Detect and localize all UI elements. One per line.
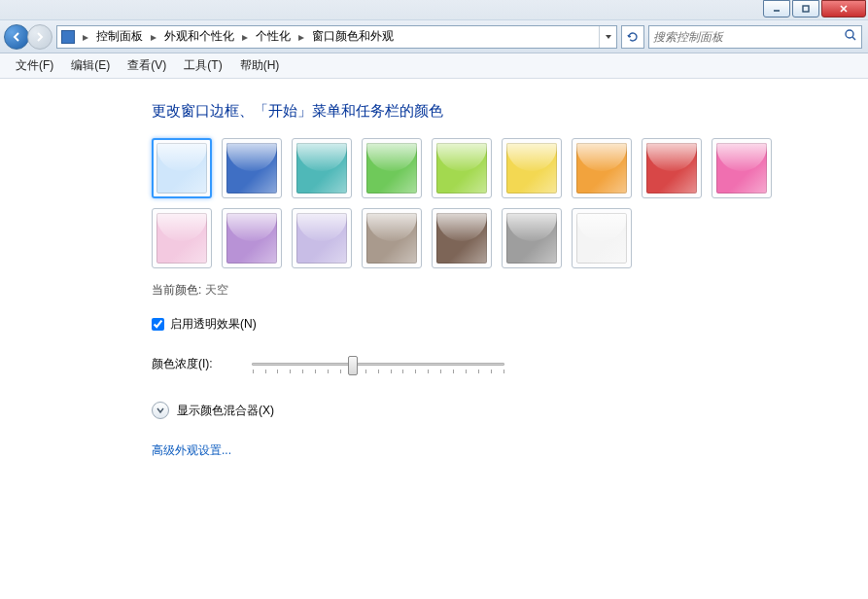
- intensity-label: 颜色浓度(I):: [152, 356, 213, 372]
- color-swatch-grid: [152, 138, 774, 268]
- intensity-row: 颜色浓度(I):: [152, 356, 868, 372]
- minimize-button[interactable]: [763, 0, 790, 18]
- slider-thumb[interactable]: [348, 356, 358, 375]
- transparency-checkbox[interactable]: [152, 318, 164, 331]
- refresh-button[interactable]: [621, 25, 644, 49]
- advanced-appearance-link[interactable]: 高级外观设置...: [152, 442, 868, 459]
- color-swatch-ruby[interactable]: [642, 138, 702, 198]
- intensity-slider[interactable]: [252, 363, 504, 366]
- menu-view[interactable]: 查看(V): [120, 54, 174, 77]
- chevron-right-icon[interactable]: ▸: [147, 30, 160, 44]
- window-titlebar: [0, 0, 868, 19]
- color-swatch-slate[interactable]: [502, 208, 562, 268]
- menu-tools[interactable]: 工具(T): [176, 54, 229, 77]
- chevron-right-icon[interactable]: ▸: [79, 30, 92, 44]
- current-color-row: 当前颜色: 天空: [152, 282, 868, 299]
- transparency-label[interactable]: 启用透明效果(N): [170, 316, 257, 333]
- color-swatch-sea[interactable]: [292, 138, 352, 198]
- color-swatch-twilight[interactable]: [222, 138, 282, 198]
- breadcrumb-item[interactable]: 外观和个性化: [160, 26, 238, 48]
- forward-button[interactable]: [27, 24, 52, 50]
- color-swatch-taupe[interactable]: [362, 208, 422, 268]
- color-swatch-frost[interactable]: [572, 208, 632, 268]
- color-swatch-violet[interactable]: [222, 208, 282, 268]
- breadcrumb-item[interactable]: 窗口颜色和外观: [308, 26, 398, 48]
- menu-help[interactable]: 帮助(H): [232, 54, 288, 77]
- search-input[interactable]: [653, 30, 844, 44]
- color-swatch-pumpkin[interactable]: [572, 138, 632, 198]
- address-dropdown[interactable]: [599, 26, 616, 48]
- chevron-right-icon[interactable]: ▸: [295, 30, 308, 44]
- color-swatch-fuchsia[interactable]: [712, 138, 772, 198]
- back-button[interactable]: [4, 24, 29, 50]
- maximize-button[interactable]: [792, 0, 819, 18]
- color-swatch-sun[interactable]: [502, 138, 562, 198]
- color-mixer-label[interactable]: 显示颜色混合器(X): [177, 403, 274, 419]
- color-mixer-row: 显示颜色混合器(X): [152, 402, 868, 419]
- chevron-right-icon[interactable]: ▸: [238, 30, 252, 44]
- control-panel-icon: [57, 26, 79, 48]
- breadcrumb-item[interactable]: 控制面板: [92, 26, 147, 48]
- breadcrumb-item[interactable]: 个性化: [252, 26, 295, 48]
- menu-file[interactable]: 文件(F): [8, 54, 61, 77]
- content-area: 更改窗口边框、「开始」菜单和任务栏的颜色 当前颜色: 天空 启用透明效果(N) …: [0, 79, 868, 459]
- expand-mixer-button[interactable]: [152, 402, 169, 419]
- svg-point-2: [846, 30, 853, 38]
- search-icon[interactable]: [844, 28, 857, 45]
- menu-edit[interactable]: 编辑(E): [63, 54, 118, 77]
- current-color-label: 当前颜色:: [152, 283, 201, 297]
- page-heading: 更改窗口边框、「开始」菜单和任务栏的颜色: [152, 102, 868, 121]
- transparency-row: 启用透明效果(N): [152, 316, 868, 333]
- navigation-bar: ▸ 控制面板 ▸ 外观和个性化 ▸ 个性化 ▸ 窗口颜色和外观: [0, 19, 868, 53]
- close-button[interactable]: [821, 0, 866, 18]
- color-swatch-leaf[interactable]: [362, 138, 422, 198]
- svg-rect-1: [803, 6, 809, 12]
- color-swatch-lime[interactable]: [432, 138, 492, 198]
- color-swatch-blush[interactable]: [152, 208, 212, 268]
- menu-bar: 文件(F) 编辑(E) 查看(V) 工具(T) 帮助(H): [0, 53, 868, 79]
- color-swatch-chocolate[interactable]: [432, 208, 492, 268]
- color-swatch-lavender[interactable]: [292, 208, 352, 268]
- svg-line-3: [852, 37, 855, 40]
- color-swatch-sky[interactable]: [152, 138, 212, 198]
- address-bar[interactable]: ▸ 控制面板 ▸ 外观和个性化 ▸ 个性化 ▸ 窗口颜色和外观: [56, 25, 617, 49]
- search-box[interactable]: [648, 25, 862, 49]
- current-color-value: 天空: [205, 283, 228, 297]
